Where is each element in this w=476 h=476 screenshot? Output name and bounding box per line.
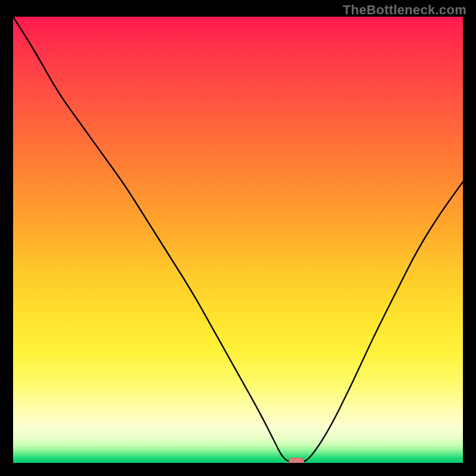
plot-area bbox=[13, 17, 463, 463]
watermark-text: TheBottleneck.com bbox=[343, 2, 466, 18]
chart-frame: TheBottleneck.com bbox=[0, 0, 476, 476]
bottleneck-curve-svg bbox=[13, 17, 463, 463]
bottleneck-curve bbox=[13, 17, 463, 463]
optimum-marker bbox=[289, 458, 304, 464]
